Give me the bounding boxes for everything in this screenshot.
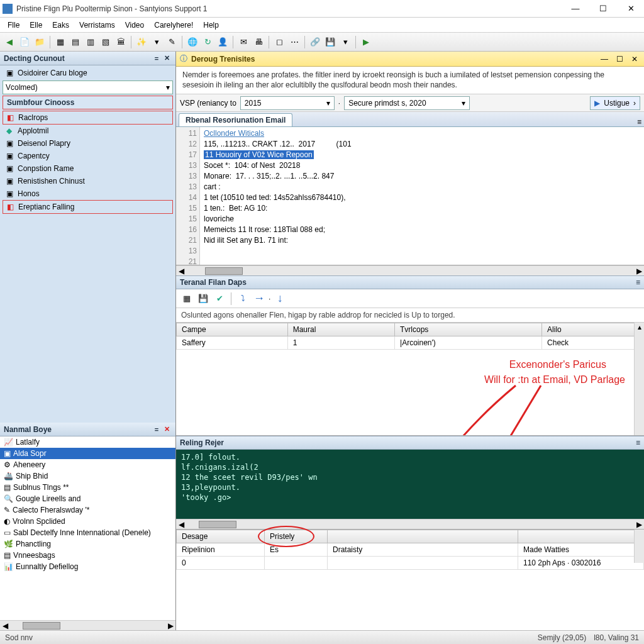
menu-help[interactable]: Help <box>198 19 224 31</box>
left-panel-close-icon[interactable]: ✕ <box>162 53 172 64</box>
tool-grid4-icon[interactable]: ▧ <box>99 35 113 49</box>
tool-dots-icon[interactable]: ⋯ <box>287 35 301 49</box>
tool-grid3-icon[interactable]: ▥ <box>84 35 97 49</box>
tool-wand-icon[interactable]: ✨ <box>135 35 148 49</box>
mt-save-icon[interactable]: 💾 <box>196 292 210 306</box>
nav-list: 📈Latlalfy ▣Alda Sopr ⚙Aheneery 🚢Ship Bhi… <box>0 436 175 620</box>
nav-panel-close-icon[interactable]: ✕ <box>162 425 172 435</box>
list-item[interactable]: ◐Vrolnn Spclided <box>0 516 175 527</box>
tree-item-ereptianc[interactable]: ◧Ereptianc Falling <box>3 200 173 214</box>
minimize-button[interactable]: — <box>567 3 584 15</box>
mt-down-arrow-icon[interactable]: ↓ <box>273 292 287 306</box>
tool-grid1-icon[interactable]: ▦ <box>53 35 67 49</box>
list-item[interactable]: 📊Eunnaltly Defiellog <box>0 561 175 572</box>
filter-secure-select[interactable]: Secure primdst s, 2020▾ <box>344 96 470 110</box>
col-campe[interactable]: Campe <box>177 323 288 336</box>
col-alilo[interactable]: Alilo <box>542 323 644 336</box>
list-item[interactable]: 🔍Gougle Lireells and <box>0 493 175 504</box>
tool-window-icon[interactable]: ◻ <box>272 35 286 49</box>
left-panel-pin-icon[interactable]: = <box>152 53 162 64</box>
filter-left-label: VSP (reniancy to <box>180 99 236 108</box>
status-right1: Semjly (29,05) <box>538 633 586 642</box>
menu-file[interactable]: Flle <box>3 19 25 31</box>
table-row[interactable]: Ripelinion Es Drataisty Made Watties <box>177 543 644 557</box>
tab-rbenal[interactable]: Rbenal Resoriunation Email <box>179 113 292 126</box>
tree-item-deisenol[interactable]: ▣Deisenol Plapry <box>3 137 173 150</box>
menu-elle[interactable]: Elle <box>25 19 47 31</box>
tool-save-icon[interactable]: 💾 <box>323 35 337 49</box>
annotation-line2: Will for :tn at Email, VD Parlage <box>484 374 625 386</box>
list-item[interactable]: ▭Sabl Dectelfy Inne Intennational (Denel… <box>0 527 175 538</box>
right-minimize-icon[interactable]: — <box>599 53 610 65</box>
tree-item-renistishen[interactable]: ▣Renistishen Chinust <box>3 175 173 187</box>
right-maximize-icon[interactable]: ☐ <box>614 53 625 65</box>
table-row[interactable]: 0 110 2ph Aps · 0302016 <box>177 557 644 570</box>
tool-dropdown-icon[interactable]: ▾ <box>150 35 164 49</box>
code-hscroll[interactable]: ◀▶ <box>176 265 644 275</box>
tree-item-conpstion[interactable]: ▣Conpstion Rame <box>3 162 173 175</box>
list-item[interactable]: 📈Latlalfy <box>0 436 175 448</box>
bottom-vscroll[interactable] <box>634 530 644 563</box>
tree-item-honos[interactable]: ▣Honos <box>3 187 173 200</box>
sub2-menu-icon[interactable]: ≡ <box>636 438 640 447</box>
tree-item[interactable]: ▣Osidoirer Caru bloge <box>3 67 173 79</box>
list-item[interactable]: ⚙Aheneery <box>0 459 175 470</box>
tool-print-icon[interactable]: 🖶 <box>252 35 265 49</box>
bottom-grid: Desage Pristely Ripelinion Es Drataisty … <box>176 529 644 563</box>
tool-grid2-icon[interactable]: ▤ <box>69 35 82 49</box>
code-editor[interactable]: 11121713131314151516211321 Ocllonder Wit… <box>176 127 644 265</box>
tool-folder-icon[interactable]: 📁 <box>33 35 47 49</box>
group-header[interactable]: Sumbfour Cinooss <box>3 96 173 109</box>
console-output[interactable]: 17.0] folout. lf.cnigans.izal(2 12 the s… <box>176 450 644 519</box>
menu-video[interactable]: Video <box>120 19 149 31</box>
tool-edit-icon[interactable]: ✎ <box>165 35 179 49</box>
tool-refresh-icon[interactable]: ↻ <box>201 35 214 49</box>
list-item[interactable]: ✎Calecto Fheralswday '* <box>0 504 175 516</box>
list-item[interactable]: ▤Sublnus Tlngs ** <box>0 482 175 493</box>
tool-dd2-icon[interactable]: ▾ <box>338 35 352 49</box>
col-tvrlcops[interactable]: Tvrlcops <box>395 323 542 336</box>
menubar: Flle Elle Eaks Verristams Video Carelyhe… <box>0 18 644 33</box>
table-row[interactable]: Saffery 1 |Arcoinen') Check <box>177 336 644 350</box>
filter-year-select[interactable]: 2015▾ <box>240 96 335 110</box>
list-item[interactable]: 🚢Ship Bhid <box>0 470 175 482</box>
tab-strip-menu-icon[interactable]: ≡ <box>637 118 641 126</box>
menu-verristams[interactable]: Verristams <box>74 19 120 31</box>
close-button[interactable]: ✕ <box>623 3 639 15</box>
combo-vcolmed[interactable]: Vcolmed)▾ <box>3 80 173 94</box>
right-close-icon[interactable]: ✕ <box>629 53 640 65</box>
tool-play-icon[interactable]: ▶ <box>359 35 373 49</box>
nav-panel-pin-icon[interactable]: = <box>152 425 162 435</box>
col-blank[interactable] <box>328 530 518 543</box>
tool-mail-icon[interactable]: ✉ <box>236 35 250 49</box>
tree-item-capentcy[interactable]: ▣Capentcy <box>3 150 173 162</box>
code-content[interactable]: Ocllonder Witicals115, ..11213.. CRAKT .… <box>200 127 644 265</box>
menu-carelyhere[interactable]: Carelyhere! <box>149 19 198 31</box>
col-maural[interactable]: Maural <box>287 323 394 336</box>
tree-item-raclrops[interactable]: ◧Raclrops <box>3 111 173 125</box>
tool-building-icon[interactable]: 🏛 <box>114 35 128 49</box>
col-desage[interactable]: Desage <box>177 530 265 543</box>
list-item-selected[interactable]: ▣Alda Sopr <box>0 448 175 459</box>
tool-back-icon[interactable]: ◀ <box>3 35 16 49</box>
nav-hscroll[interactable]: ◀▶ <box>0 620 175 630</box>
tool-link-icon[interactable]: 🔗 <box>308 35 322 49</box>
col-blank2[interactable] <box>518 530 644 543</box>
tool-user-icon[interactable]: 👤 <box>216 35 230 49</box>
tool-globe-icon[interactable]: 🌐 <box>186 35 199 49</box>
mt-right-arrow-icon[interactable]: → <box>252 292 266 306</box>
mt-grid-icon[interactable]: ▦ <box>180 292 194 306</box>
grid-vscroll[interactable]: ▴ <box>634 323 644 435</box>
list-item[interactable]: 🌿Phanctling <box>0 538 175 550</box>
menu-eaks[interactable]: Eaks <box>47 19 74 31</box>
ustigue-button[interactable]: ▶Ustigue› <box>590 96 640 110</box>
tree-item-applotmil[interactable]: ◆Applotmil <box>3 125 173 137</box>
tool-doc-icon[interactable]: 📄 <box>18 35 31 49</box>
col-pristely[interactable]: Pristely <box>265 530 328 543</box>
list-item[interactable]: ▤Vnneesbags <box>0 550 175 561</box>
mt-check-icon[interactable]: ✔ <box>213 292 226 306</box>
maximize-button[interactable]: ☐ <box>595 3 611 15</box>
console-hscroll[interactable]: ◀▶ <box>176 519 644 529</box>
mt-step-icon[interactable]: ⤵ <box>236 292 250 306</box>
sub1-menu-icon[interactable]: ≡ <box>636 278 640 287</box>
